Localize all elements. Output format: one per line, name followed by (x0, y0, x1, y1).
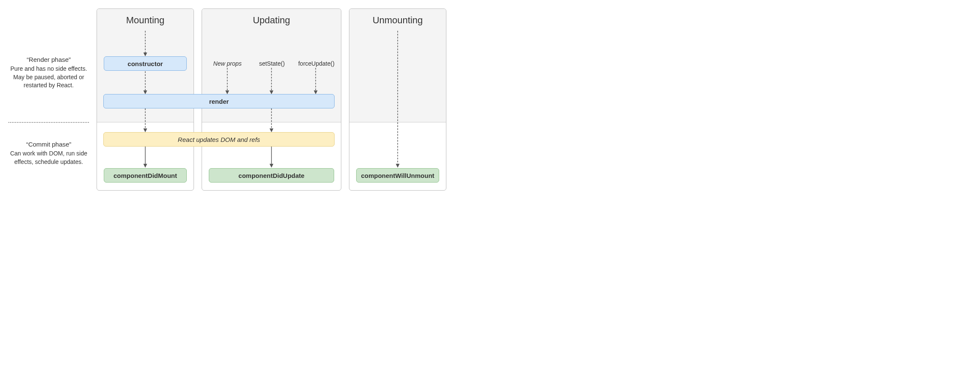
render-phase-bg (349, 9, 446, 122)
unmounting-title: Unmounting (349, 15, 446, 26)
phase-sidebar: “Render phase” Pure and has no side effe… (8, 8, 89, 191)
lifecycle-columns: Mounting constructor componentDidMount U… (97, 8, 972, 191)
render-phase-label: “Render phase” Pure and has no side effe… (8, 55, 89, 90)
commit-phase-desc: Can work with DOM, run side effects, sch… (8, 150, 89, 166)
component-did-mount-node[interactable]: componentDidMount (104, 168, 187, 183)
react-updates-node: React updates DOM and refs (103, 132, 335, 147)
column-unmounting: Unmounting componentWillUnmount (349, 8, 446, 191)
lifecycle-diagram: “Render phase” Pure and has no side effe… (8, 8, 972, 191)
render-node[interactable]: render (103, 94, 335, 108)
updating-title: Updating (202, 15, 341, 26)
phase-divider (8, 122, 89, 123)
commit-phase-label: “Commit phase” Can work with DOM, run si… (8, 140, 89, 166)
constructor-node[interactable]: constructor (104, 56, 187, 71)
mounting-title: Mounting (97, 15, 194, 26)
trigger-force-update: forceUpdate() (298, 60, 335, 67)
commit-phase-title: “Commit phase” (8, 140, 89, 149)
trigger-new-props: New props (213, 60, 242, 67)
render-phase-desc: Pure and has no side effects. May be pau… (8, 65, 89, 90)
component-will-unmount-node[interactable]: componentWillUnmount (356, 168, 439, 183)
component-did-update-node[interactable]: componentDidUpdate (209, 168, 334, 183)
render-phase-title: “Render phase” (8, 55, 89, 64)
trigger-set-state: setState() (259, 60, 285, 67)
